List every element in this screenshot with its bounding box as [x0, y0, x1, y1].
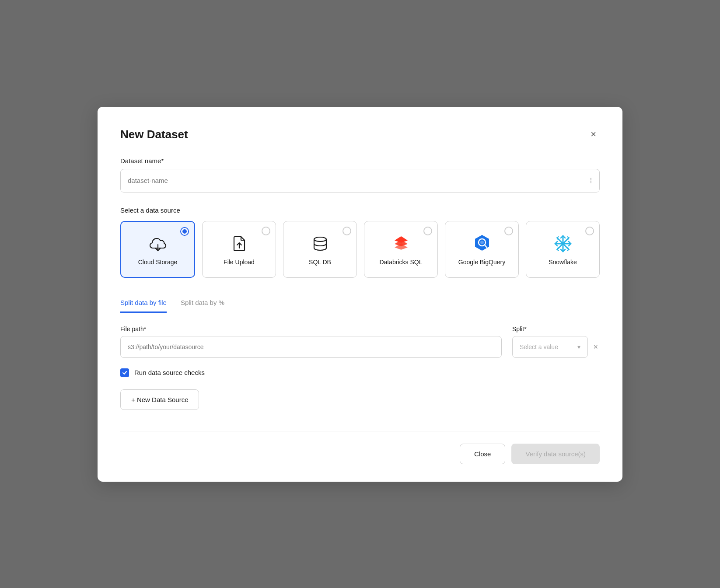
filepath-group: File path*: [120, 326, 502, 358]
source-card-file-upload[interactable]: File Upload: [202, 221, 276, 278]
split-select-wrapper: Select a value ▾ ×: [512, 336, 600, 358]
svg-point-0: [314, 237, 326, 242]
tab-split-by-percent[interactable]: Split data by %: [181, 294, 224, 313]
footer-divider: [120, 431, 600, 431]
run-checks-label: Run data source checks: [134, 369, 205, 376]
source-name-sql-db: SQL DB: [309, 259, 331, 266]
verify-button: Verify data source(s): [511, 444, 600, 464]
tab-split-by-file[interactable]: Split data by file: [120, 294, 167, 313]
new-data-source-button[interactable]: + New Data Source: [120, 389, 199, 410]
modal-header: New Dataset ×: [120, 128, 600, 141]
modal-footer: Close Verify data source(s): [120, 444, 600, 464]
snowflake-icon: [552, 233, 573, 254]
source-grid: Cloud Storage File Upload: [120, 221, 600, 278]
sql-db-icon: [310, 233, 331, 254]
databricks-icon: [391, 233, 412, 254]
split-select[interactable]: Select a value ▾: [512, 336, 588, 358]
source-card-cloud-storage[interactable]: Cloud Storage: [120, 221, 195, 278]
source-card-bigquery[interactable]: Google BigQuery: [445, 221, 519, 278]
radio-sql-db: [343, 227, 351, 235]
radio-snowflake: [585, 227, 594, 235]
radio-databricks: [423, 227, 432, 235]
modal-close-button[interactable]: ×: [587, 128, 600, 141]
split-group: Split* Select a value ▾ ×: [512, 326, 600, 358]
radio-cloud-storage: [180, 227, 189, 236]
data-source-label: Select a data source: [120, 206, 600, 214]
filepath-label: File path*: [120, 326, 502, 332]
source-name-bigquery: Google BigQuery: [458, 259, 505, 266]
bigquery-icon: [472, 233, 493, 254]
split-tabs: Split data by file Split data by %: [120, 294, 600, 313]
source-card-snowflake[interactable]: Snowflake: [526, 221, 600, 278]
source-name-snowflake: Snowflake: [549, 259, 577, 266]
dataset-name-label: Dataset name*: [120, 157, 600, 164]
file-upload-icon: [229, 233, 250, 254]
cloud-storage-icon: [147, 233, 168, 254]
dropdown-arrow-icon: ▾: [577, 343, 580, 350]
close-button[interactable]: Close: [460, 444, 505, 464]
new-dataset-modal: New Dataset × Dataset name* ⁞ Select a d…: [98, 107, 622, 482]
split-clear-button[interactable]: ×: [591, 341, 600, 353]
input-icon: ⁞: [590, 176, 592, 186]
dataset-name-input-wrapper: ⁞: [120, 169, 600, 192]
dataset-name-input[interactable]: [128, 177, 590, 184]
svg-point-11: [480, 241, 484, 244]
modal-overlay: New Dataset × Dataset name* ⁞ Select a d…: [0, 0, 720, 588]
source-card-sql-db[interactable]: SQL DB: [283, 221, 357, 278]
checkbox-row: Run data source checks: [120, 368, 600, 377]
split-placeholder: Select a value: [520, 343, 558, 350]
split-label: Split*: [512, 326, 600, 332]
form-row: File path* Split* Select a value ▾ ×: [120, 326, 600, 358]
source-name-databricks: Databricks SQL: [379, 259, 422, 266]
radio-file-upload: [262, 227, 270, 235]
radio-bigquery: [504, 227, 513, 235]
filepath-input[interactable]: [120, 336, 502, 358]
source-card-databricks[interactable]: Databricks SQL: [364, 221, 438, 278]
run-checks-checkbox[interactable]: [120, 368, 129, 377]
modal-title: New Dataset: [120, 128, 188, 141]
source-name-cloud-storage: Cloud Storage: [138, 259, 178, 266]
source-name-file-upload: File Upload: [224, 259, 255, 266]
